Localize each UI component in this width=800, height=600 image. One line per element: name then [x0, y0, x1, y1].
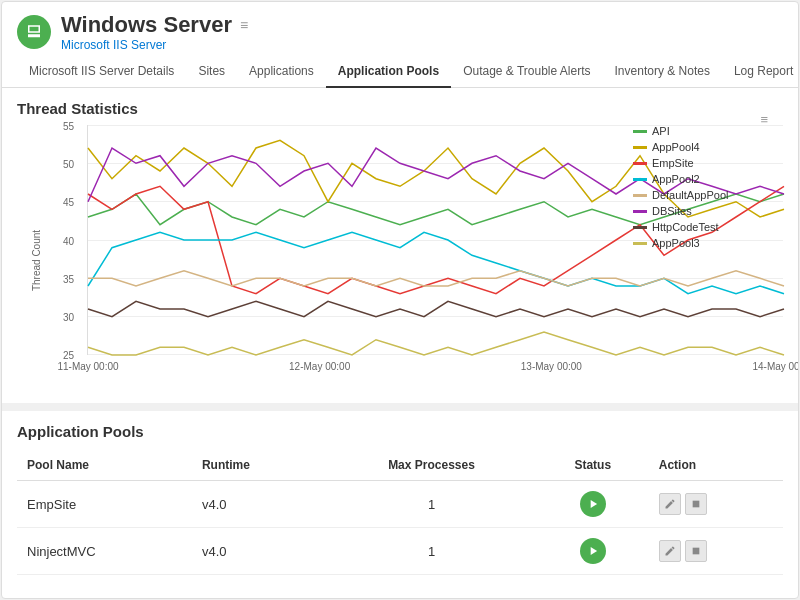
status-btn-ninjectmvc[interactable]: [580, 538, 606, 564]
pool-runtime-ninjectmvc: v4.0: [192, 528, 326, 575]
legend-api: API: [652, 125, 670, 137]
chart-legend: API AppPool4 EmpSite AppPool2 DefaultApp…: [633, 125, 783, 253]
col-max-processes: Max Processes: [326, 450, 537, 481]
hamburger-menu[interactable]: ≡: [240, 17, 248, 33]
col-runtime: Runtime: [192, 450, 326, 481]
chart-title: Thread Statistics: [17, 100, 783, 117]
svg-marker-0: [590, 500, 596, 508]
edit-btn-ninjectmvc[interactable]: [659, 540, 681, 562]
header-subtitle: Microsoft IIS Server: [61, 38, 248, 52]
y-axis-label: Thread Count: [32, 229, 43, 290]
nav-item-outage[interactable]: Outage & Trouble Alerts: [451, 56, 602, 88]
nav-item-log[interactable]: Log Report: [722, 56, 799, 88]
legend-apppool4: AppPool4: [652, 141, 700, 153]
legend-empsite: EmpSite: [652, 157, 694, 169]
nav-item-pools[interactable]: Application Pools: [326, 56, 451, 88]
x-tick-3: 14-May 00:00: [752, 361, 799, 372]
y-tick-55: 55: [63, 121, 74, 132]
pool-name-empsite: EmpSite: [17, 481, 192, 528]
pool-name-ninjectmvc: NinjectMVC: [17, 528, 192, 575]
svg-marker-2: [590, 547, 596, 555]
y-tick-45: 45: [63, 197, 74, 208]
svg-rect-3: [692, 548, 699, 555]
page-title: Windows Server: [61, 12, 232, 38]
y-tick-25: 25: [63, 350, 74, 361]
status-btn-empsite[interactable]: [580, 491, 606, 517]
pool-max-ninjectmvc: 1: [326, 528, 537, 575]
y-tick-35: 35: [63, 273, 74, 284]
stop-btn-ninjectmvc[interactable]: [685, 540, 707, 562]
table-row: EmpSite v4.0 1: [17, 481, 783, 528]
legend-apppool3: AppPool3: [652, 237, 700, 249]
x-tick-2: 13-May 00:00: [521, 361, 582, 372]
server-icon: [17, 15, 51, 49]
legend-httpcodetest: HttpCodeTest: [652, 221, 719, 233]
col-status: Status: [537, 450, 649, 481]
pools-title: Application Pools: [17, 423, 783, 440]
nav-item-details[interactable]: Microsoft IIS Server Details: [17, 56, 186, 88]
y-tick-30: 30: [63, 311, 74, 322]
nav-bar: Microsoft IIS Server Details Sites Appli…: [2, 56, 798, 88]
col-action: Action: [649, 450, 783, 481]
col-pool-name: Pool Name: [17, 450, 192, 481]
pool-max-empsite: 1: [326, 481, 537, 528]
svg-rect-1: [692, 501, 699, 508]
legend-apppool2: AppPool2: [652, 173, 700, 185]
table-row: NinjectMVC v4.0 1: [17, 528, 783, 575]
pool-runtime-empsite: v4.0: [192, 481, 326, 528]
x-tick-1: 12-May 00:00: [289, 361, 350, 372]
legend-defaultapppool: DefaultAppPool: [652, 189, 728, 201]
x-tick-0: 11-May 00:00: [57, 361, 118, 372]
nav-item-inventory[interactable]: Inventory & Notes: [603, 56, 722, 88]
edit-btn-empsite[interactable]: [659, 493, 681, 515]
stop-btn-empsite[interactable]: [685, 493, 707, 515]
nav-item-applications[interactable]: Applications: [237, 56, 326, 88]
y-tick-40: 40: [63, 235, 74, 246]
nav-item-sites[interactable]: Sites: [186, 56, 237, 88]
pools-table: Pool Name Runtime Max Processes Status A…: [17, 450, 783, 575]
legend-dbsites: DBSites: [652, 205, 692, 217]
y-tick-50: 50: [63, 159, 74, 170]
